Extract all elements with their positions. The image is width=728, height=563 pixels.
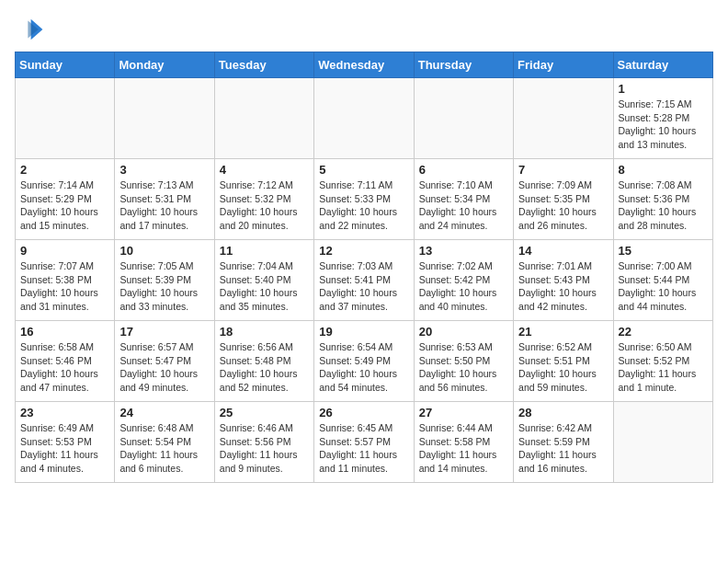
day-info: Sunrise: 7:11 AM Sunset: 5:33 PM Dayligh… [319, 178, 408, 233]
day-info: Sunrise: 7:10 AM Sunset: 5:34 PM Dayligh… [419, 178, 508, 233]
logo-icon [15, 15, 44, 44]
calendar-week-row: 9Sunrise: 7:07 AM Sunset: 5:38 PM Daylig… [16, 240, 713, 321]
calendar-day-cell: 14Sunrise: 7:01 AM Sunset: 5:43 PM Dayli… [514, 240, 613, 321]
day-number: 21 [518, 325, 608, 339]
calendar-day-cell [16, 78, 115, 159]
day-number: 9 [20, 244, 109, 258]
day-number: 2 [20, 163, 109, 177]
calendar-day-cell: 19Sunrise: 6:54 AM Sunset: 5:49 PM Dayli… [314, 321, 414, 402]
calendar-day-cell: 11Sunrise: 7:04 AM Sunset: 5:40 PM Dayli… [214, 240, 313, 321]
calendar-day-cell: 28Sunrise: 6:42 AM Sunset: 5:59 PM Dayli… [514, 402, 613, 483]
day-info: Sunrise: 7:03 AM Sunset: 5:41 PM Dayligh… [319, 259, 408, 314]
day-number: 1 [619, 82, 708, 96]
calendar-week-row: 1Sunrise: 7:15 AM Sunset: 5:28 PM Daylig… [16, 78, 713, 159]
calendar-day-cell: 4Sunrise: 7:12 AM Sunset: 5:32 PM Daylig… [214, 159, 313, 240]
day-info: Sunrise: 6:48 AM Sunset: 5:54 PM Dayligh… [119, 421, 209, 476]
day-number: 20 [419, 325, 508, 339]
day-number: 28 [518, 406, 608, 419]
day-info: Sunrise: 7:15 AM Sunset: 5:28 PM Dayligh… [619, 98, 708, 152]
day-number: 4 [220, 163, 309, 177]
calendar-day-cell [613, 402, 712, 483]
calendar-day-cell: 24Sunrise: 6:48 AM Sunset: 5:54 PM Dayli… [115, 402, 214, 483]
day-number: 11 [220, 244, 309, 258]
day-number: 15 [619, 244, 708, 258]
weekday-header: Friday [514, 52, 613, 78]
calendar-day-cell: 1Sunrise: 7:15 AM Sunset: 5:28 PM Daylig… [613, 78, 712, 159]
day-info: Sunrise: 7:09 AM Sunset: 5:35 PM Dayligh… [518, 178, 608, 233]
calendar-table: SundayMondayTuesdayWednesdayThursdayFrid… [15, 52, 713, 483]
calendar-day-cell: 3Sunrise: 7:13 AM Sunset: 5:31 PM Daylig… [115, 159, 214, 240]
calendar-day-cell [514, 78, 613, 159]
day-info: Sunrise: 6:58 AM Sunset: 5:46 PM Dayligh… [20, 340, 109, 395]
day-number: 13 [419, 244, 508, 258]
day-number: 7 [518, 163, 608, 177]
weekday-header: Wednesday [314, 52, 414, 78]
day-number: 8 [619, 163, 708, 177]
calendar-day-cell: 7Sunrise: 7:09 AM Sunset: 5:35 PM Daylig… [514, 159, 613, 240]
calendar-day-cell: 25Sunrise: 6:46 AM Sunset: 5:56 PM Dayli… [214, 402, 313, 483]
calendar-day-cell: 27Sunrise: 6:44 AM Sunset: 5:58 PM Dayli… [414, 402, 513, 483]
calendar-day-cell: 20Sunrise: 6:53 AM Sunset: 5:50 PM Dayli… [414, 321, 513, 402]
weekday-header: Saturday [613, 52, 712, 78]
day-number: 16 [20, 325, 109, 339]
day-number: 14 [518, 244, 608, 258]
day-info: Sunrise: 6:52 AM Sunset: 5:51 PM Dayligh… [518, 340, 608, 395]
calendar-day-cell [314, 78, 414, 159]
day-info: Sunrise: 6:45 AM Sunset: 5:57 PM Dayligh… [319, 421, 408, 476]
day-info: Sunrise: 6:50 AM Sunset: 5:52 PM Dayligh… [619, 340, 708, 395]
weekday-header: Thursday [414, 52, 513, 78]
calendar-day-cell [414, 78, 513, 159]
day-number: 5 [319, 163, 408, 177]
day-info: Sunrise: 6:53 AM Sunset: 5:50 PM Dayligh… [419, 340, 508, 395]
calendar-header-row: SundayMondayTuesdayWednesdayThursdayFrid… [16, 52, 713, 78]
day-number: 12 [319, 244, 408, 258]
day-info: Sunrise: 6:42 AM Sunset: 5:59 PM Dayligh… [518, 421, 608, 476]
calendar-day-cell: 23Sunrise: 6:49 AM Sunset: 5:53 PM Dayli… [16, 402, 115, 483]
day-number: 25 [220, 406, 309, 419]
calendar-day-cell: 8Sunrise: 7:08 AM Sunset: 5:36 PM Daylig… [613, 159, 712, 240]
day-info: Sunrise: 7:02 AM Sunset: 5:42 PM Dayligh… [419, 259, 508, 314]
calendar-day-cell: 21Sunrise: 6:52 AM Sunset: 5:51 PM Dayli… [514, 321, 613, 402]
day-info: Sunrise: 6:44 AM Sunset: 5:58 PM Dayligh… [419, 421, 508, 476]
calendar-day-cell: 15Sunrise: 7:00 AM Sunset: 5:44 PM Dayli… [613, 240, 712, 321]
calendar-day-cell: 5Sunrise: 7:11 AM Sunset: 5:33 PM Daylig… [314, 159, 414, 240]
day-info: Sunrise: 7:08 AM Sunset: 5:36 PM Dayligh… [619, 178, 708, 233]
calendar-day-cell: 10Sunrise: 7:05 AM Sunset: 5:39 PM Dayli… [115, 240, 214, 321]
day-number: 6 [419, 163, 508, 177]
calendar-day-cell: 6Sunrise: 7:10 AM Sunset: 5:34 PM Daylig… [414, 159, 513, 240]
day-number: 23 [20, 406, 109, 419]
day-info: Sunrise: 6:54 AM Sunset: 5:49 PM Dayligh… [319, 340, 408, 395]
day-number: 22 [619, 325, 708, 339]
day-info: Sunrise: 7:01 AM Sunset: 5:43 PM Dayligh… [518, 259, 608, 314]
day-info: Sunrise: 7:13 AM Sunset: 5:31 PM Dayligh… [119, 178, 209, 233]
calendar-day-cell: 17Sunrise: 6:57 AM Sunset: 5:47 PM Dayli… [115, 321, 214, 402]
day-number: 19 [319, 325, 408, 339]
day-info: Sunrise: 7:07 AM Sunset: 5:38 PM Dayligh… [20, 259, 109, 314]
day-info: Sunrise: 6:56 AM Sunset: 5:48 PM Dayligh… [220, 340, 309, 395]
day-info: Sunrise: 7:00 AM Sunset: 5:44 PM Dayligh… [619, 259, 708, 314]
calendar-day-cell: 26Sunrise: 6:45 AM Sunset: 5:57 PM Dayli… [314, 402, 414, 483]
calendar-day-cell: 9Sunrise: 7:07 AM Sunset: 5:38 PM Daylig… [16, 240, 115, 321]
weekday-header: Sunday [16, 52, 115, 78]
calendar-week-row: 2Sunrise: 7:14 AM Sunset: 5:29 PM Daylig… [16, 159, 713, 240]
day-number: 18 [220, 325, 309, 339]
calendar-week-row: 16Sunrise: 6:58 AM Sunset: 5:46 PM Dayli… [16, 321, 713, 402]
day-info: Sunrise: 6:46 AM Sunset: 5:56 PM Dayligh… [220, 421, 309, 476]
day-number: 10 [119, 244, 209, 258]
weekday-header: Tuesday [214, 52, 313, 78]
calendar-day-cell: 2Sunrise: 7:14 AM Sunset: 5:29 PM Daylig… [16, 159, 115, 240]
calendar-day-cell: 12Sunrise: 7:03 AM Sunset: 5:41 PM Dayli… [314, 240, 414, 321]
calendar-day-cell: 18Sunrise: 6:56 AM Sunset: 5:48 PM Dayli… [214, 321, 313, 402]
day-number: 3 [119, 163, 209, 177]
day-info: Sunrise: 7:04 AM Sunset: 5:40 PM Dayligh… [220, 259, 309, 314]
day-number: 27 [419, 406, 508, 419]
weekday-header: Monday [115, 52, 214, 78]
day-info: Sunrise: 6:57 AM Sunset: 5:47 PM Dayligh… [119, 340, 209, 395]
calendar-day-cell: 13Sunrise: 7:02 AM Sunset: 5:42 PM Dayli… [414, 240, 513, 321]
calendar-week-row: 23Sunrise: 6:49 AM Sunset: 5:53 PM Dayli… [16, 402, 713, 483]
calendar-day-cell: 16Sunrise: 6:58 AM Sunset: 5:46 PM Dayli… [16, 321, 115, 402]
calendar-day-cell [115, 78, 214, 159]
calendar-day-cell [214, 78, 313, 159]
calendar-day-cell: 22Sunrise: 6:50 AM Sunset: 5:52 PM Dayli… [613, 321, 712, 402]
logo [15, 15, 48, 44]
